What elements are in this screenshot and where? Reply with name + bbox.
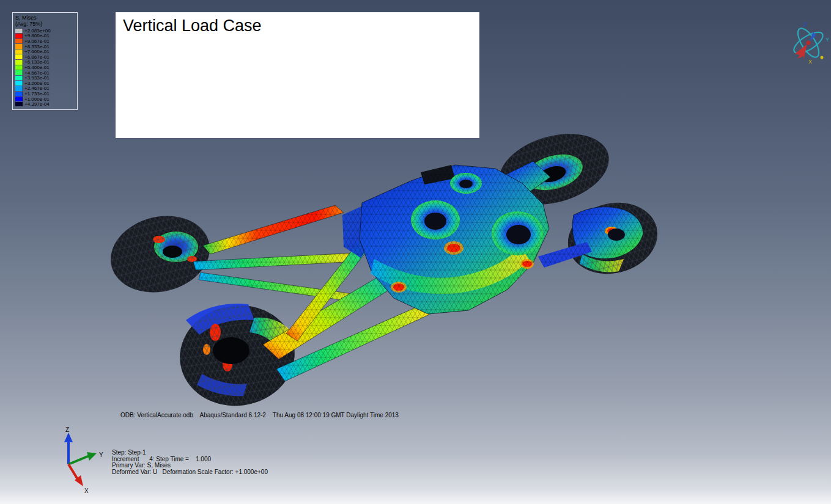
deformed-var-line: Deformed Var: U Deformation Scale Factor… (112, 469, 268, 476)
contour-legend: S, Mises (Avg: 75%) +2.083e+00+9.800e-01… (12, 12, 78, 110)
annotation-title: Vertical Load Case (116, 12, 479, 39)
legend-row: +3.200e-01 (15, 81, 75, 86)
compass-y-label: Y (825, 37, 829, 43)
legend-row: +1.000e-01 (15, 97, 75, 102)
legend-swatch (15, 60, 23, 65)
legend-swatch (15, 34, 23, 38)
legend-swatch (15, 76, 23, 81)
annotation-box[interactable]: Vertical Load Case (116, 12, 479, 138)
legend-row: +2.083e+00 (15, 28, 75, 34)
legend-swatch (15, 44, 23, 49)
odb-status-line: ODB: VerticalAccurate.odb Abaqus/Standar… (120, 412, 399, 418)
legend-subtitle: (Avg: 75%) (15, 21, 75, 27)
legend-row: +5.400e-01 (15, 65, 75, 70)
triad-y-label: Y (99, 451, 103, 458)
origin-triad-icon: Z Y X (45, 426, 106, 494)
legend-row: +6.133e-01 (15, 60, 75, 65)
legend-row: +4.397e-04 (15, 101, 75, 107)
legend-swatch (15, 39, 23, 44)
legend-swatch (15, 86, 23, 91)
legend-row: +6.867e-01 (15, 54, 75, 60)
legend-swatch (15, 92, 23, 97)
legend-title: S, Mises (15, 15, 75, 21)
step-info-block: Step: Step-1 Increment 4: Step Time = 1.… (112, 450, 268, 475)
triad-x-label: X (84, 488, 89, 494)
legend-row: +2.467e-01 (15, 86, 75, 92)
abaqus-viewport[interactable]: S, Mises (Avg: 75%) +2.083e+00+9.800e-01… (0, 0, 831, 504)
compass-z-label: Z (803, 21, 807, 27)
step-line: Step: Step-1 (112, 450, 268, 456)
legend-swatch (15, 97, 23, 101)
fea-model-render (103, 122, 665, 414)
legend-row: +3.933e-01 (15, 75, 75, 81)
central-body (360, 165, 549, 314)
legend-swatch (15, 70, 23, 75)
legend-row: +7.600e-01 (15, 49, 75, 54)
legend-row: +9.800e-01 (15, 34, 75, 39)
legend-value: +4.397e-04 (24, 101, 50, 107)
mid-control-arm (193, 253, 357, 270)
legend-entries: +2.083e+00+9.800e-01+9.067e-01+8.333e-01… (15, 28, 75, 107)
legend-row: +9.067e-01 (15, 38, 75, 44)
view-compass-icon[interactable]: Z Y X (785, 20, 831, 66)
legend-row: +8.333e-01 (15, 44, 75, 49)
legend-row: +1.733e-01 (15, 91, 75, 97)
primary-var-line: Primary Var: S, Mises (112, 462, 268, 469)
legend-swatch (15, 65, 23, 70)
legend-swatch (15, 29, 23, 34)
upper-control-arm (203, 205, 344, 254)
legend-row: +4.667e-01 (15, 70, 75, 76)
front-left-wheel (103, 206, 218, 302)
legend-swatch (15, 102, 23, 107)
compass-x-label: X (808, 59, 812, 65)
triad-z-label: Z (65, 426, 69, 433)
legend-swatch (15, 54, 23, 59)
legend-swatch (15, 81, 23, 86)
legend-swatch (15, 49, 23, 54)
